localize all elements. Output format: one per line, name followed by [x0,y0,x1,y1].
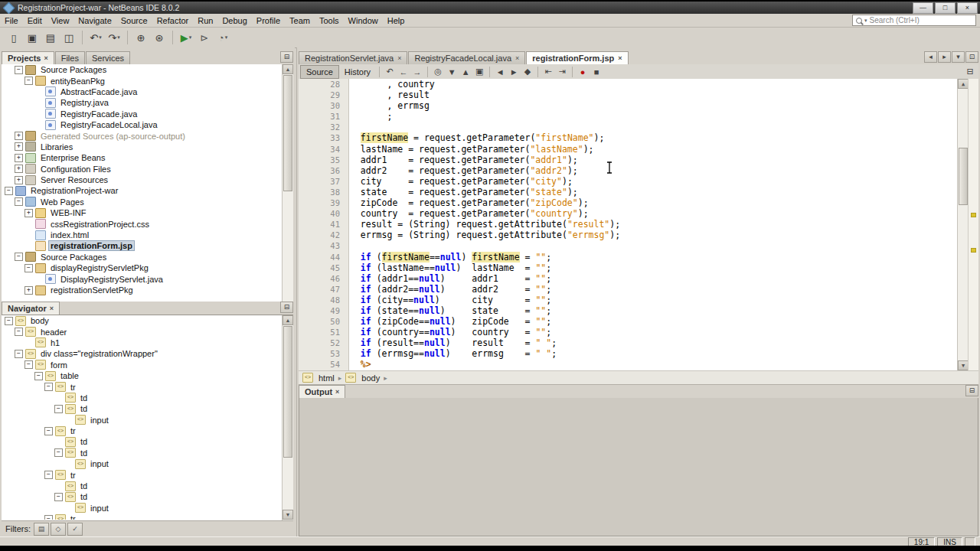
line-number[interactable]: 34 [299,144,340,155]
new-file-button[interactable]: ▯ [5,29,23,46]
collapse-icon[interactable]: − [15,253,23,261]
line-number[interactable]: 32 [299,122,340,132]
source-view-button[interactable]: Source [300,65,339,79]
line-number[interactable]: 33 [299,132,340,143]
navigator-scrollbar[interactable]: ▲ ▼ [282,315,293,520]
tree-item-td[interactable]: td [2,436,283,447]
dropdown-arrow-icon[interactable]: ▾ [117,34,120,41]
dropdown-arrow-icon[interactable]: ▾ [189,34,192,41]
tree-item-registry-java[interactable]: Registry.java [2,97,283,108]
tree-item-registryfacadelocal-java[interactable]: RegistryFacadeLocal.java [2,119,283,130]
save-all-button[interactable]: ◫ [60,29,78,46]
code-line[interactable]: if (addr1==null) addr1 = ""; [350,273,957,284]
toggle-editor-toolbar-icon[interactable]: ⊟ [963,66,977,78]
expand-icon[interactable]: + [15,132,23,140]
scroll-tabs-right-icon[interactable]: ▸ [938,51,951,63]
collapse-icon[interactable]: − [54,405,63,413]
search-dropdown-icon[interactable]: ▾ [864,18,867,24]
shift-line-left-icon[interactable]: ⇤ [541,66,555,78]
tree-item-tr[interactable]: −tr [2,425,283,436]
scrollbar-thumb[interactable] [283,75,292,191]
tree-item-libraries[interactable]: +Libraries [2,142,283,152]
toggle-highlight-search-icon[interactable]: ▣ [472,66,486,78]
menu-profile[interactable]: Profile [252,15,285,26]
tree-item-td[interactable]: −td [2,491,283,502]
tree-item-input[interactable]: input [2,503,283,514]
scroll-up-icon[interactable]: ▲ [283,64,293,74]
code-line[interactable]: errmsg = (String) request.getAttribute("… [350,230,957,240]
tab-list-icon[interactable]: ▾ [952,51,965,63]
code-line[interactable]: country = request.getParameter("country"… [350,208,957,219]
minimize-window-icon[interactable]: ⊟ [280,51,293,63]
next-bookmark-icon[interactable]: ► [507,66,521,78]
navigator-tree[interactable]: −body−headerh1−div class="registrationWr… [2,315,283,520]
line-number[interactable]: 44 [299,252,340,262]
back-icon[interactable]: ← [397,66,410,78]
code-line[interactable]: ; [350,111,957,122]
collapse-icon[interactable]: − [44,471,53,479]
tree-item-tr[interactable]: −tr [2,381,283,392]
collapse-icon[interactable]: − [15,66,23,74]
last-edit-position-icon[interactable]: ↶ [383,66,397,78]
code-line[interactable]: zipCode = request.getParameter("zipCode"… [350,197,957,208]
menu-navigate[interactable]: Navigate [74,15,116,26]
close-icon[interactable]: × [335,389,339,396]
collapse-icon[interactable]: − [24,264,33,272]
code-editor[interactable]: 2829303132333435363738394041424344454647… [299,79,978,370]
collapse-icon[interactable]: − [34,372,43,380]
menu-view[interactable]: View [47,15,74,26]
line-number[interactable]: 30 [299,100,340,111]
line-number[interactable]: 39 [299,197,340,208]
occurrence-mark[interactable] [971,248,976,253]
scroll-down-icon[interactable]: ▼ [958,360,969,370]
menu-edit[interactable]: Edit [23,15,47,26]
tree-item-tr[interactable]: −tr [2,469,283,480]
tree-item-registrationservletpkg[interactable]: +registrationServletPkg [2,285,283,295]
line-number[interactable]: 53 [299,348,340,359]
tree-item-configuration-files[interactable]: +Configuration Files [2,164,283,174]
profile-project-button[interactable]: ◔▾ [214,29,232,46]
expand-icon[interactable]: + [15,154,23,162]
scroll-up-icon[interactable]: ▲ [283,315,293,325]
close-tab-icon[interactable]: × [397,55,401,62]
close-icon[interactable]: × [44,55,47,62]
code-line[interactable]: if (lastName==null) lastName = ""; [350,262,957,273]
dropdown-arrow-icon[interactable]: ▾ [99,34,102,41]
tree-item-source-packages[interactable]: −Source Packages [2,252,283,262]
tree-item-web-pages[interactable]: −Web Pages [2,197,283,207]
stop-macro-recording-icon[interactable]: ■ [590,66,603,78]
code-line[interactable]: state = request.getParameter("state"); [350,187,957,197]
tree-item-displayregistryservletpkg[interactable]: −displayRegistryServletPkg [2,262,283,273]
code-line[interactable]: city = request.getParameter("city"); [350,176,957,187]
code-text[interactable]: , country , result , errmsg ; firstName … [350,79,957,370]
collapse-icon[interactable]: − [44,427,53,435]
history-view-button[interactable]: History [339,66,376,78]
collapse-icon[interactable]: − [54,448,63,457]
minimize-window-icon[interactable]: ⊟ [280,302,293,313]
find-previous-occurrence-icon[interactable]: ▲ [459,66,472,78]
tree-item-td[interactable]: −td [2,448,283,458]
code-line[interactable]: if (errmsg==null) errmsg = " "; [350,348,957,359]
line-number[interactable]: 29 [299,90,340,100]
error-stripe[interactable] [968,79,978,370]
tree-item-generated-sources-ap-source-output[interactable]: +Generated Sources (ap-source-output) [2,130,283,141]
expand-icon[interactable]: + [24,209,33,217]
scroll-up-icon[interactable]: ▲ [958,79,969,89]
menu-refactor[interactable]: Refactor [152,15,194,26]
tree-item-registrationform-jsp[interactable]: registrationForm.jsp [2,240,283,251]
breadcrumb-item-body[interactable]: body [361,373,380,383]
line-number[interactable]: 43 [299,240,340,251]
minimize-window-icon[interactable]: ⊟ [965,385,978,396]
tree-item-source-packages[interactable]: −Source Packages [2,64,283,75]
code-line[interactable]: , errmsg [350,100,957,111]
tree-item-abstractfacade-java[interactable]: AbstractFacade.java [2,86,283,97]
code-line[interactable]: if (country==null) country = ""; [350,327,957,337]
expand-icon[interactable]: + [15,142,23,151]
run-project-button[interactable]: ▶▾ [177,29,195,46]
forward-icon[interactable]: → [410,66,424,78]
shift-line-right-icon[interactable]: ⇥ [555,66,569,78]
find-next-occurrence-icon[interactable]: ▼ [445,66,459,78]
menu-run[interactable]: Run [193,15,217,26]
scrollbar-thumb[interactable] [959,148,968,205]
line-number[interactable]: 50 [299,316,340,327]
